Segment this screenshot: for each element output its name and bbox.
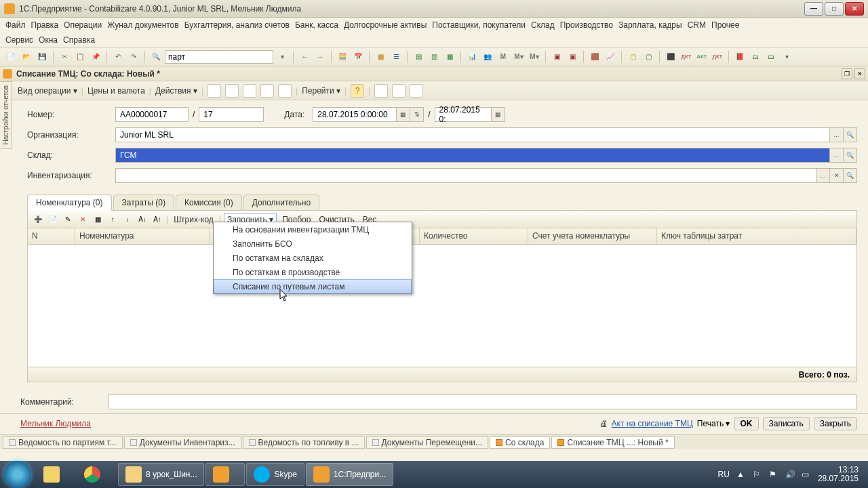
menu-edit[interactable]: Правка: [31, 20, 59, 30]
menu-file[interactable]: Файл: [5, 20, 26, 30]
grid-sort-asc-icon[interactable]: A↓: [136, 214, 149, 226]
tb-g3[interactable]: ▤: [412, 50, 425, 64]
menu-warehouse[interactable]: Склад: [531, 20, 555, 30]
date-input[interactable]: 28.07.2015 0:00:00: [313, 107, 397, 122]
tb-r1[interactable]: ▣: [550, 50, 564, 64]
menu-vendors[interactable]: Поставщики, покупатели: [432, 20, 526, 30]
tab-nomenclature[interactable]: Номенклатура (0): [27, 195, 112, 211]
menu-assets[interactable]: Долгосрочные активы: [344, 20, 427, 30]
dd-item-inventory[interactable]: На основании инвентаризации ТМЦ: [214, 222, 412, 237]
wintab-4[interactable]: Со склада: [490, 436, 550, 449]
tb-r2[interactable]: ▣: [566, 50, 579, 64]
tray-network-icon[interactable]: ⚐: [753, 470, 762, 479]
cmd-goto[interactable]: Перейти ▾: [302, 86, 340, 96]
toolbar-new-icon[interactable]: 📄: [4, 50, 18, 64]
col-qty[interactable]: Количество: [420, 228, 528, 244]
cmd-icon-2[interactable]: [225, 84, 239, 98]
tb-tree2-icon[interactable]: 🗂: [764, 50, 778, 64]
cmd-prices[interactable]: Цены и валюта: [87, 86, 145, 96]
toolbar-search-input[interactable]: [165, 50, 273, 64]
cmd-icon-5[interactable]: [278, 84, 292, 98]
tb-chart2-icon[interactable]: 📈: [604, 50, 617, 64]
tb-m[interactable]: M: [496, 50, 510, 64]
grid-up-icon[interactable]: ↑: [106, 214, 119, 226]
tb-people-icon[interactable]: 👥: [481, 50, 494, 64]
date2-calendar-button[interactable]: ▦: [492, 107, 505, 122]
menu-bank[interactable]: Банк, касса: [295, 20, 338, 30]
menu-service[interactable]: Сервис: [5, 35, 33, 45]
start-button[interactable]: [4, 461, 31, 488]
tb-g4[interactable]: ▥: [427, 50, 441, 64]
toolbar-redo-icon[interactable]: ↷: [127, 50, 140, 64]
dd-item-production[interactable]: По остаткам в производстве: [214, 265, 412, 279]
toolbar-copy-icon[interactable]: 📋: [73, 50, 87, 64]
side-panel-tab[interactable]: Настройки отчетов: [0, 81, 12, 149]
inv-choose-button[interactable]: ...: [816, 168, 830, 183]
menu-production[interactable]: Производство: [560, 20, 613, 30]
tray-more-icon[interactable]: ▭: [802, 470, 811, 479]
tb-red[interactable]: ⬛: [664, 50, 677, 64]
grid-down-icon[interactable]: ↓: [121, 214, 134, 226]
ok-button[interactable]: OK: [734, 417, 759, 430]
menu-other[interactable]: Прочее: [711, 20, 739, 30]
tab-commission[interactable]: Комиссия (0): [176, 195, 242, 211]
close-button[interactable]: ✕: [845, 2, 864, 16]
tray-flag-icon[interactable]: ▲: [736, 470, 746, 479]
cmd-icon-3[interactable]: [243, 84, 256, 98]
maximize-button[interactable]: □: [825, 2, 844, 16]
date-spin-button[interactable]: ⇅: [410, 107, 424, 122]
cmd-icon-7[interactable]: [392, 84, 406, 98]
tray-clock[interactable]: 13:13 28.07.2015: [818, 466, 859, 483]
toolbar-calc-icon[interactable]: 🧮: [336, 50, 349, 64]
number-seq-input[interactable]: 17: [199, 107, 264, 122]
col-costkey[interactable]: Ключ таблицы затрат: [657, 228, 856, 244]
wintab-3[interactable]: Документы Перемещени...: [366, 436, 489, 449]
task-chrome[interactable]: [77, 463, 117, 486]
grid-copy-icon[interactable]: 📄: [47, 214, 59, 226]
toolbar-search-icon[interactable]: 🔍: [149, 50, 163, 64]
menu-journal[interactable]: Жунал документов: [107, 20, 178, 30]
dd-item-bso[interactable]: Заполнить БСО: [214, 237, 412, 251]
tb-g1[interactable]: ▦: [374, 50, 387, 64]
toolbar-calendar-icon[interactable]: 📅: [351, 50, 365, 64]
dd-item-waybills[interactable]: Списание по путевым листам: [214, 279, 412, 293]
menu-crm[interactable]: CRM: [688, 20, 706, 30]
tab-additional[interactable]: Дополнительно: [243, 195, 319, 211]
col-n[interactable]: N: [28, 228, 75, 244]
toolbar-paste-icon[interactable]: 📌: [89, 50, 102, 64]
tray-lang[interactable]: RU: [718, 470, 730, 479]
org-choose-button[interactable]: ...: [830, 127, 844, 142]
inv-search-button[interactable]: 🔍: [844, 168, 857, 183]
inv-clear-button[interactable]: ✕: [830, 168, 844, 183]
tb-book-icon[interactable]: 📕: [733, 50, 747, 64]
cmd-help-icon[interactable]: ?: [351, 84, 364, 98]
grid-add-icon[interactable]: ➕: [32, 214, 44, 226]
tb-y1[interactable]: ▢: [626, 50, 639, 64]
col-account[interactable]: Счет учета номенклатуры: [528, 228, 657, 244]
comment-input[interactable]: [108, 394, 857, 409]
date-calendar-button[interactable]: ▦: [397, 107, 410, 122]
doc-close-button[interactable]: ✕: [854, 68, 865, 79]
tb-end[interactable]: ▾: [780, 50, 793, 64]
grid-paste-icon[interactable]: ▦: [92, 214, 104, 226]
wintab-1[interactable]: Документы Инвентариз...: [124, 436, 241, 449]
tb-m2[interactable]: M▾: [512, 50, 526, 64]
toolbar-open-icon[interactable]: 📂: [20, 50, 33, 64]
tb-dkt1[interactable]: ДКТ: [679, 50, 693, 64]
minimize-button[interactable]: —: [804, 2, 823, 16]
tb-y2[interactable]: ▢: [642, 50, 655, 64]
toolbar-undo-icon[interactable]: ↶: [111, 50, 125, 64]
toolbar-search-go-icon[interactable]: ▾: [275, 50, 289, 64]
store-search-button[interactable]: 🔍: [844, 148, 857, 163]
number-input[interactable]: АА00000017: [115, 107, 189, 122]
store-input[interactable]: ГСМ: [115, 148, 830, 163]
task-1c-active[interactable]: 1С:Предпри...: [306, 463, 393, 486]
col-nomenclature[interactable]: Номенклатура: [75, 228, 210, 244]
tb-m3[interactable]: M▾: [528, 50, 541, 64]
grid-edit-icon[interactable]: ✎: [62, 214, 74, 226]
grid-body[interactable]: [28, 245, 856, 367]
cmd-icon-1[interactable]: [208, 84, 221, 98]
cmd-icon-4[interactable]: [260, 84, 274, 98]
cmd-icon-6[interactable]: [374, 84, 388, 98]
print-dropdown[interactable]: Печать ▾: [697, 419, 730, 428]
